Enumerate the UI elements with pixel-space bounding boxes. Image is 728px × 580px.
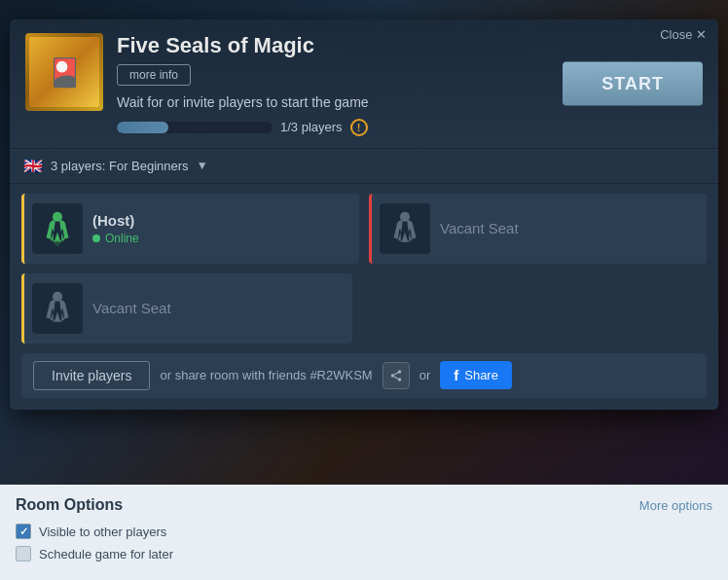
vacant-label-1: Vacant Seat bbox=[440, 220, 519, 236]
start-button[interactable]: START bbox=[563, 61, 703, 105]
more-options-link[interactable]: More options bbox=[639, 498, 712, 513]
schedule-checkbox[interactable] bbox=[16, 546, 31, 562]
host-avatar bbox=[32, 203, 83, 254]
facebook-icon: f bbox=[454, 367, 458, 383]
invite-bar: Invite players or share room with friend… bbox=[21, 353, 707, 398]
schedule-label: Schedule game for later bbox=[39, 547, 173, 562]
fb-share-label: Share bbox=[464, 368, 498, 382]
room-options-header: Room Options More options bbox=[16, 496, 712, 514]
vacant-avatar-1 bbox=[380, 203, 430, 254]
player-config-text: 3 players: For Beginners bbox=[51, 159, 189, 173]
visible-label: Visible to other players bbox=[39, 525, 166, 539]
share-svg bbox=[389, 369, 403, 382]
vacant-avatar-2 bbox=[32, 283, 83, 334]
svg-point-4 bbox=[397, 370, 401, 374]
svg-point-1 bbox=[55, 240, 60, 246]
seats-row-1: (Host) Online Vacant Seat bbox=[10, 184, 718, 273]
host-label: (Host) bbox=[92, 212, 139, 229]
chevron-down-icon[interactable]: ▼ bbox=[197, 159, 208, 172]
room-options-title: Room Options bbox=[16, 496, 123, 514]
seat-vacant-1: Vacant Seat bbox=[369, 194, 707, 264]
host-info: (Host) Online bbox=[92, 212, 139, 245]
facebook-share-button[interactable]: f Share bbox=[440, 361, 512, 389]
seats-row-2: Vacant Seat bbox=[10, 273, 718, 353]
modal-subheader: 🇬🇧 3 players: For Beginners ▼ bbox=[10, 149, 718, 184]
checkmark-1: ✓ bbox=[19, 526, 28, 538]
vacant-label-2: Vacant Seat bbox=[92, 300, 171, 316]
vacant-meeple-icon-2 bbox=[40, 291, 75, 326]
game-title: Five Seals of Magic bbox=[117, 33, 703, 58]
svg-line-8 bbox=[394, 372, 398, 374]
more-info-button[interactable]: more info bbox=[117, 64, 191, 86]
host-meeple-icon bbox=[40, 211, 75, 246]
progress-bar-fill bbox=[117, 122, 168, 133]
progress-bar-bg bbox=[117, 122, 273, 133]
online-text: Online bbox=[105, 232, 139, 245]
progress-row: 1/3 players ! bbox=[117, 119, 703, 136]
svg-line-7 bbox=[394, 376, 398, 378]
online-dot bbox=[92, 235, 100, 242]
svg-point-5 bbox=[390, 374, 394, 378]
game-box-image bbox=[25, 33, 103, 111]
visible-checkbox[interactable]: ✓ bbox=[16, 524, 31, 539]
vacant-meeple-icon-1 bbox=[387, 211, 422, 246]
option-row-1: ✓ Visible to other players bbox=[16, 524, 712, 539]
share-icon-button[interactable] bbox=[382, 362, 410, 389]
flag-icon: 🇬🇧 bbox=[23, 157, 43, 175]
seat-vacant-2: Vacant Seat bbox=[21, 273, 352, 344]
invite-players-button[interactable]: Invite players bbox=[33, 361, 150, 390]
online-status: Online bbox=[92, 232, 139, 245]
modal-header: Five Seals of Magic more info Wait for o… bbox=[10, 19, 718, 149]
svg-point-6 bbox=[397, 378, 401, 381]
progress-text: 1/3 players bbox=[280, 120, 343, 134]
seat-host: (Host) Online bbox=[21, 194, 359, 264]
or-text: or bbox=[419, 368, 431, 382]
invite-bar-wrapper: Invite players or share room with friend… bbox=[10, 353, 718, 410]
modal: Five Seals of Magic more info Wait for o… bbox=[10, 19, 718, 410]
info-icon: ! bbox=[350, 119, 368, 136]
share-room-text: or share room with friends #R2WKSM bbox=[160, 368, 372, 382]
close-button[interactable]: Close ✕ bbox=[660, 27, 707, 42]
option-row-2: Schedule game for later bbox=[16, 546, 712, 562]
room-options: Room Options More options ✓ Visible to o… bbox=[0, 485, 728, 580]
